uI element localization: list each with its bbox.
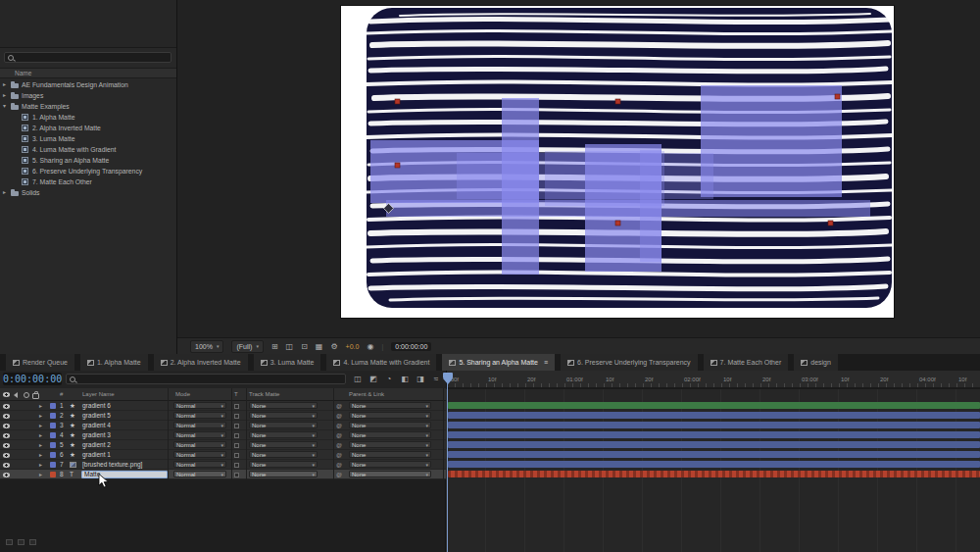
twirl-icon[interactable]: ▸ (39, 470, 42, 479)
graph-editor-icon[interactable]: ≈ (429, 373, 443, 385)
exposure-value[interactable]: +0.0 (346, 343, 360, 350)
layer-name[interactable]: gradient 1 (82, 450, 111, 460)
track-matte-dropdown[interactable]: None▾ (249, 461, 318, 468)
project-item-folder[interactable]: ▸ Solids (0, 187, 176, 198)
twirl-icon[interactable]: ▸ (39, 411, 42, 421)
project-item-comp[interactable]: 7. Matte Each Other (0, 176, 176, 187)
parent-link-dropdown[interactable]: None▾ (349, 412, 431, 419)
project-item-label[interactable]: 2. Alpha Inverted Matte (32, 123, 101, 133)
layer-name[interactable]: gradient 4 (82, 421, 111, 430)
pickwhip-icon[interactable]: @ (336, 411, 342, 421)
layer-color-swatch[interactable] (50, 442, 56, 448)
layer-color-swatch[interactable] (50, 403, 56, 409)
project-item-label[interactable]: 1. Alpha Matte (32, 112, 74, 123)
twirl-open-icon[interactable]: ▾ (3, 101, 6, 111)
visibility-eye-icon[interactable] (3, 424, 10, 428)
project-item-label[interactable]: Matte Examples (22, 101, 70, 112)
layer-duration-bar[interactable] (448, 461, 980, 468)
preserve-column-header[interactable]: T (234, 388, 238, 401)
parent-link-dropdown[interactable]: None▾ (349, 402, 431, 409)
layer-duration-bar[interactable] (448, 471, 980, 477)
project-item-comp[interactable]: 5. Sharing an Alpha Matte (0, 155, 176, 166)
project-item-label[interactable]: 5. Sharing an Alpha Matte (32, 155, 109, 166)
twirl-icon[interactable]: ▸ (39, 430, 42, 440)
layer-color-swatch[interactable] (50, 472, 56, 477)
tab-render-queue[interactable]: Render Queue (6, 354, 74, 371)
project-item-label[interactable]: 4. Luma Matte with Gradient (32, 144, 116, 155)
timeline-search-input[interactable] (66, 374, 346, 384)
pickwhip-icon[interactable]: @ (336, 470, 342, 479)
expand-in-out-columns-icon[interactable] (29, 539, 36, 545)
track-matte-column-header[interactable]: Track Matte (249, 388, 279, 401)
number-column-header[interactable]: # (60, 388, 63, 401)
layer-color-swatch[interactable] (50, 462, 56, 468)
blend-mode-dropdown[interactable]: Normal▾ (173, 422, 226, 428)
tab-comp-5-active[interactable]: 5. Sharing an Alpha Matte ≡ (442, 354, 555, 371)
mask-visibility-icon[interactable]: ◫ (286, 341, 294, 352)
project-item-comp[interactable]: 2. Alpha Inverted Matte (0, 123, 176, 133)
layer-duration-bar[interactable] (448, 422, 980, 428)
project-search-input[interactable] (4, 52, 172, 63)
blend-mode-dropdown[interactable]: Normal▾ (173, 431, 226, 438)
pickwhip-icon[interactable]: @ (336, 430, 342, 440)
project-item-comp[interactable]: 4. Luma Matte with Gradient (0, 144, 176, 155)
twirl-icon[interactable]: ▸ (39, 460, 42, 470)
layer-name-column-header[interactable]: Layer Name (82, 388, 115, 401)
track-matte-dropdown[interactable]: None▾ (249, 431, 318, 438)
track-matte-dropdown[interactable]: None▾ (249, 402, 318, 409)
parent-link-dropdown[interactable]: None▾ (349, 471, 431, 477)
project-item-comp[interactable]: 1. Alpha Matte (0, 112, 176, 123)
layer-color-swatch[interactable] (50, 432, 56, 438)
preserve-transparency-toggle[interactable] (234, 463, 239, 468)
name-column-header[interactable]: Name (15, 70, 31, 76)
transparency-grid-icon[interactable]: ▦ (316, 341, 323, 352)
pickwhip-icon[interactable]: @ (336, 450, 342, 460)
project-item-label[interactable]: AE Fundamentals Design Animation (22, 79, 128, 90)
visibility-eye-icon[interactable] (3, 463, 10, 468)
project-item-label[interactable]: Solids (22, 187, 40, 198)
visibility-eye-icon[interactable] (3, 473, 10, 477)
parent-link-dropdown[interactable]: None▾ (349, 441, 431, 448)
twirl-icon[interactable]: ▸ (3, 187, 6, 197)
parent-link-dropdown[interactable]: None▾ (349, 431, 431, 438)
expand-layer-switches-icon[interactable] (6, 539, 13, 545)
tab-comp-2[interactable]: 2. Alpha Inverted Matte (154, 354, 248, 371)
project-item-label[interactable]: 6. Preserve Underlying Transparency (32, 166, 142, 176)
preserve-transparency-toggle[interactable] (234, 433, 239, 438)
pickwhip-icon[interactable]: @ (336, 421, 342, 430)
blend-mode-dropdown[interactable]: Normal▾ (173, 441, 226, 448)
panel-menu-icon[interactable]: ≡ (544, 359, 548, 366)
lock-column-icon[interactable] (32, 393, 39, 399)
time-ruler[interactable]: :00f 10f 20f 01:00f 10f 20f 02:00f 10f 2… (446, 371, 980, 388)
parent-link-dropdown[interactable]: None▾ (349, 451, 431, 458)
blend-mode-dropdown[interactable]: Normal▾ (173, 471, 226, 477)
layer-duration-bar[interactable] (448, 441, 980, 448)
twirl-icon[interactable]: ▸ (39, 421, 42, 430)
pickwhip-icon[interactable]: @ (336, 440, 342, 450)
preserve-transparency-toggle[interactable] (234, 473, 239, 477)
project-item-comp[interactable]: 6. Preserve Underlying Transparency (0, 166, 176, 176)
layer-duration-bar[interactable] (448, 402, 980, 409)
frame-blending-icon[interactable]: ◧ (398, 373, 412, 385)
expand-transfer-controls-icon[interactable] (18, 539, 24, 545)
project-item-label[interactable]: Images (22, 90, 43, 101)
zoom-dropdown[interactable]: 100% ▾ (190, 340, 223, 353)
pickwhip-icon[interactable]: @ (336, 401, 342, 411)
tab-comp-1[interactable]: 1. Alpha Matte (80, 354, 148, 371)
track-matte-dropdown[interactable]: None▾ (249, 441, 318, 448)
tab-comp-4[interactable]: 4. Luma Matte with Gradient (326, 354, 436, 371)
parent-link-dropdown[interactable]: None▾ (349, 461, 431, 468)
snapshot-camera-icon[interactable]: ◉ (367, 341, 373, 352)
draft-3d-icon[interactable]: ◩ (367, 373, 380, 385)
twirl-icon[interactable]: ▸ (3, 90, 6, 100)
hide-shy-layers-icon[interactable]: ◔ (382, 373, 396, 385)
eye-column-icon[interactable] (3, 392, 10, 397)
tab-comp-6[interactable]: 6. Preserve Underlying Transparency (561, 354, 698, 371)
tab-design[interactable]: design (794, 354, 838, 371)
composition-mini-flowchart-icon[interactable]: ◫ (351, 373, 365, 385)
project-item-folder[interactable]: ▾ Matte Examples (0, 101, 176, 112)
parent-column-header[interactable]: Parent & Link (349, 388, 384, 401)
twirl-icon[interactable]: ▸ (39, 440, 42, 450)
layer-name-edit-field[interactable]: Matte (81, 471, 168, 478)
twirl-icon[interactable]: ▸ (3, 79, 6, 89)
